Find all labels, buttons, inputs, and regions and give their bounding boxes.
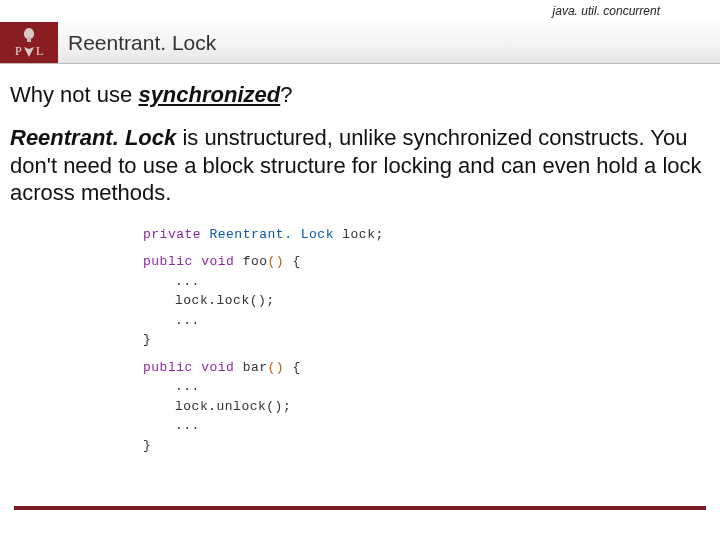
code-method-name: foo	[243, 254, 268, 269]
code-brace-close: }	[143, 332, 151, 347]
svg-text:L: L	[36, 44, 43, 58]
question-prefix: Why not use	[10, 82, 138, 107]
code-line-body: ...	[143, 272, 573, 292]
question-line: Why not use synchronized?	[10, 82, 706, 108]
code-method-bar: public void bar() { ... lock.unlock(); .…	[143, 358, 573, 456]
explanation-paragraph: Reentrant. Lock is unstructured, unlike …	[10, 124, 706, 207]
logo-badge: P L	[0, 22, 58, 63]
slide-body: Why not use synchronized? Reentrant. Loc…	[0, 64, 720, 455]
code-stmt: ...	[175, 418, 200, 433]
slide: java. util. concurrent P L Reentrant. Lo…	[0, 0, 720, 540]
package-label: java. util. concurrent	[553, 4, 660, 18]
code-line-brace: }	[143, 436, 573, 456]
code-line-body: ...	[143, 311, 573, 331]
crest-icon: P L	[7, 25, 51, 61]
question-keyword: synchronized	[138, 82, 280, 107]
code-brace-close: }	[143, 438, 151, 453]
code-keyword: public	[143, 254, 193, 269]
code-line-sig: public void bar() {	[143, 358, 573, 378]
code-keyword: public	[143, 360, 193, 375]
slide-header: P L Reentrant. Lock	[0, 22, 720, 64]
code-line-decl: private Reentrant. Lock lock;	[143, 225, 573, 245]
svg-text:P: P	[15, 44, 22, 58]
code-return-type: void	[201, 360, 234, 375]
code-stmt: lock.lock();	[175, 293, 275, 308]
slide-title: Reentrant. Lock	[58, 22, 216, 63]
code-stmt: ...	[175, 313, 200, 328]
code-line-body: ...	[143, 377, 573, 397]
code-line-sig: public void foo() {	[143, 252, 573, 272]
top-strip: java. util. concurrent	[0, 0, 720, 22]
code-brace-open: {	[292, 360, 300, 375]
footer-rule	[14, 506, 706, 510]
code-method-foo: public void foo() { ... lock.lock(); ...…	[143, 252, 573, 350]
question-suffix: ?	[280, 82, 292, 107]
code-return-type: void	[201, 254, 234, 269]
code-stmt: ...	[175, 379, 200, 394]
code-parens: ()	[268, 254, 285, 269]
explanation-emph: Reentrant. Lock	[10, 125, 176, 150]
code-stmt: lock.unlock();	[175, 399, 291, 414]
code-line-brace: }	[143, 330, 573, 350]
code-ident: lock;	[342, 227, 384, 242]
code-stmt: ...	[175, 274, 200, 289]
code-brace-open: {	[292, 254, 300, 269]
code-keyword: private	[143, 227, 201, 242]
code-method-name: bar	[243, 360, 268, 375]
code-block: private Reentrant. Lock lock; public voi…	[143, 225, 573, 456]
code-line-body: ...	[143, 416, 573, 436]
code-parens: ()	[268, 360, 285, 375]
code-line-body: lock.lock();	[143, 291, 573, 311]
code-type: Reentrant. Lock	[209, 227, 334, 242]
code-line-body: lock.unlock();	[143, 397, 573, 417]
